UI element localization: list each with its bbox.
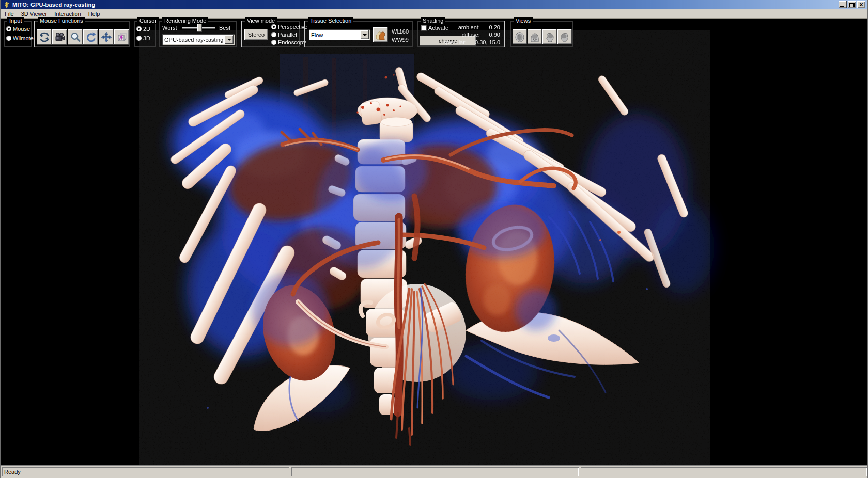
render-viewport[interactable] (1, 19, 867, 465)
group-cursor-label: Cursor (137, 17, 159, 24)
slider-max-label: Best (219, 25, 230, 31)
crop-box-icon (116, 31, 128, 43)
restore-icon (849, 3, 855, 7)
view-endoscopy-label: Endoscopy (278, 39, 306, 45)
title-bar[interactable]: MITO: GPU-based ray-casting × (1, 0, 867, 9)
view-parallel-radio[interactable]: Parallel (271, 31, 297, 38)
restore-button[interactable] (848, 1, 856, 8)
tissue-heads-icon (375, 29, 386, 41)
sagittal-right-view-icon (559, 31, 570, 43)
volume-rendering (1, 19, 868, 465)
checkbox-icon (421, 25, 427, 31)
close-icon: × (859, 2, 863, 7)
group-input: Input Mouse Wiimote (4, 21, 32, 47)
tissue-dropdown[interactable]: Flow (309, 29, 370, 40)
crop-box-button[interactable] (114, 29, 129, 45)
window-title: MITO: GPU-based ray-casting (12, 2, 839, 8)
group-rendering-mode-label: Rendering Mode (162, 17, 208, 24)
wl-value: 160 (391, 28, 409, 35)
radio-icon (271, 24, 276, 29)
cursor-2d-label: 2D (143, 26, 150, 32)
radio-icon (6, 36, 11, 41)
cursor-2d-radio[interactable]: 2D (136, 26, 150, 32)
view-sagittal-right-button[interactable] (557, 29, 572, 44)
group-view-mode: View mode Stereo Perspective Parallel En… (241, 21, 300, 47)
group-shading: Shading Activate change ambient: 0.20 di… (417, 21, 505, 47)
rendering-mode-value: GPU-based ray-casting (164, 37, 225, 43)
cursor-3d-radio[interactable]: 3D (136, 35, 150, 41)
specular-value: 0.30, 15.0 (468, 39, 500, 45)
dropdown-arrow-button[interactable] (360, 30, 369, 39)
movie-camera-button[interactable] (52, 29, 67, 45)
shading-activate-label: Activate (428, 25, 448, 31)
quality-slider[interactable] (182, 24, 215, 32)
radio-icon (136, 36, 142, 41)
tissue-value: Flow (311, 32, 360, 38)
slider-min-label: Worst (162, 25, 177, 31)
pan-arrows-button[interactable] (99, 29, 114, 45)
ambient-row: ambient: 0.20 (458, 24, 500, 30)
minimize-button[interactable] (839, 1, 847, 8)
ambient-label: ambient: (458, 24, 480, 30)
rotate-3d-icon (39, 31, 50, 43)
cursor-3d-label: 3D (143, 35, 150, 41)
status-text: Ready (4, 469, 21, 475)
group-mouse-functions: Mouse Functions (34, 21, 130, 47)
shading-activate-checkbox[interactable]: Activate (421, 25, 448, 31)
status-message-panel: Ready (2, 467, 289, 476)
input-wiimote-label: Wiimote (13, 35, 34, 41)
status-bar: Ready (1, 465, 867, 478)
rendering-mode-dropdown[interactable]: GPU-based ray-casting (162, 34, 235, 45)
rotate-3d-button[interactable] (37, 29, 52, 45)
group-shading-label: Shading (421, 17, 445, 24)
input-wiimote-radio[interactable]: Wiimote (6, 35, 34, 41)
input-mouse-radio[interactable]: Mouse (6, 26, 30, 32)
radio-icon (271, 40, 276, 45)
radio-icon (271, 32, 276, 37)
group-cursor: Cursor 2D 3D (134, 21, 156, 47)
specular-label: specular: (443, 39, 467, 45)
view-sagittal-left-button[interactable] (542, 29, 557, 44)
slider-thumb[interactable] (197, 24, 202, 32)
movie-camera-icon (54, 31, 66, 43)
group-view-mode-label: View mode (245, 17, 277, 24)
group-tissue-selection-label: Tissue Selection (308, 17, 353, 24)
group-mouse-functions-label: Mouse Functions (38, 17, 85, 24)
status-panel-3 (581, 467, 867, 476)
minimize-icon (840, 6, 844, 7)
chevron-down-icon (363, 34, 367, 36)
tissue-preset-button[interactable] (373, 27, 388, 42)
group-rendering-mode: Rendering Mode Worst Best GPU-based ray-… (159, 21, 237, 47)
diffuse-value: 0.90 (482, 31, 500, 38)
pan-arrows-icon (101, 31, 112, 43)
view-endoscopy-radio[interactable]: Endoscopy (271, 39, 306, 45)
menu-help[interactable]: Help (85, 10, 104, 18)
magnifier-button[interactable] (68, 29, 83, 45)
specular-row: specular: 0.30, 15.0 (443, 39, 500, 45)
ww-value: 99 (391, 37, 409, 43)
coronal-view-icon (529, 31, 540, 43)
ambient-value: 0.20 (482, 24, 500, 30)
dropdown-arrow-button[interactable] (225, 35, 234, 44)
stereo-button[interactable]: Stereo (244, 29, 268, 40)
group-tissue-selection: Tissue Selection Flow WL: 160 WW: 99 (304, 21, 413, 47)
radio-icon (136, 26, 142, 31)
close-button[interactable]: × (857, 1, 865, 8)
magnifier-icon (70, 31, 81, 43)
group-input-label: Input (7, 17, 24, 24)
view-perspective-radio[interactable]: Perspective (271, 24, 307, 30)
axial-view-icon (514, 31, 525, 43)
group-views-label: Views (514, 17, 533, 24)
view-coronal-button[interactable] (528, 29, 542, 44)
chevron-down-icon (227, 39, 231, 41)
group-views: Views (510, 21, 574, 47)
diffuse-row: diffuse: 0.90 (462, 31, 500, 38)
rotate-arrow-button[interactable] (83, 29, 98, 45)
view-axial-button[interactable] (513, 29, 527, 44)
sagittal-left-view-icon (544, 31, 555, 43)
app-window: MITO: GPU-based ray-casting × File 3D Vi… (0, 0, 868, 478)
view-parallel-label: Parallel (278, 31, 297, 38)
radio-icon (6, 26, 11, 31)
caduceus-icon (3, 1, 10, 8)
workspace: Input Mouse Wiimote Mouse Functions (1, 19, 867, 465)
